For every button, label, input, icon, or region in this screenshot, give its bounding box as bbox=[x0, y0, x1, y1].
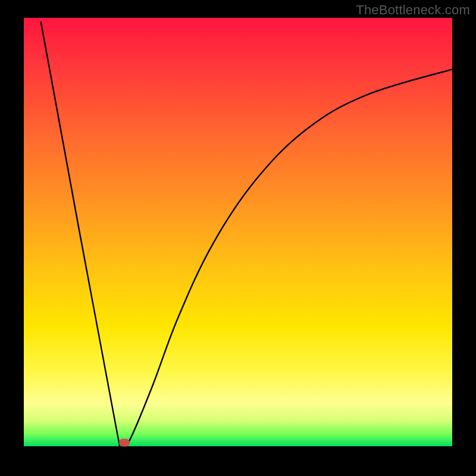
optimal-point-marker bbox=[119, 439, 130, 447]
chart-frame: TheBottleneck.com bbox=[0, 0, 476, 476]
watermark-text: TheBottleneck.com bbox=[356, 2, 470, 18]
plot-area bbox=[24, 18, 452, 446]
curve-path bbox=[41, 22, 452, 446]
bottleneck-curve bbox=[24, 18, 452, 446]
